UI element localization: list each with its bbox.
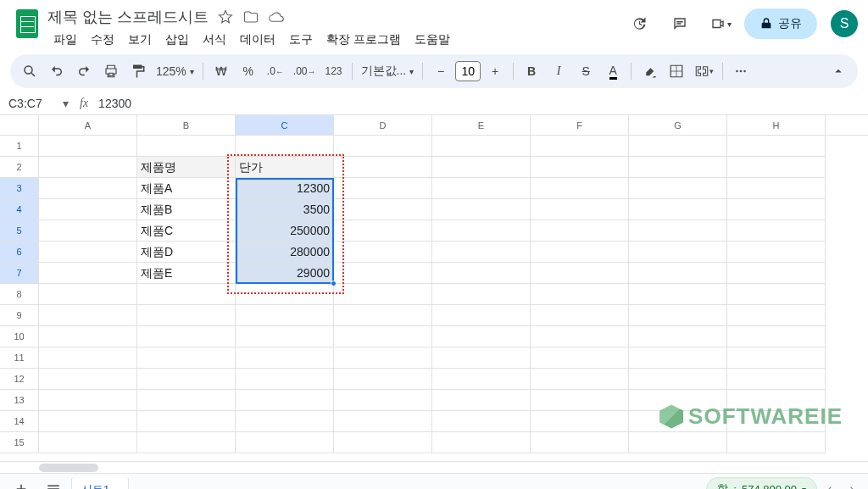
- comment-icon[interactable]: [663, 7, 697, 41]
- cell[interactable]: [531, 432, 629, 453]
- cell[interactable]: [629, 220, 727, 242]
- cell[interactable]: [629, 305, 727, 326]
- cell[interactable]: [432, 157, 531, 178]
- cloud-status-icon[interactable]: [268, 8, 285, 25]
- cell[interactable]: [432, 284, 531, 305]
- paint-format-icon[interactable]: [125, 58, 151, 84]
- cell[interactable]: [137, 136, 236, 157]
- cell[interactable]: [137, 305, 236, 326]
- menu-2[interactable]: 보기: [122, 29, 158, 51]
- cell[interactable]: [531, 305, 629, 326]
- cell[interactable]: [39, 157, 137, 178]
- column-header[interactable]: C: [236, 115, 334, 135]
- move-folder-icon[interactable]: [242, 8, 259, 25]
- cell[interactable]: [334, 284, 432, 305]
- column-header[interactable]: E: [432, 115, 531, 135]
- cell[interactable]: [727, 369, 826, 390]
- redo-icon[interactable]: [71, 58, 97, 84]
- cell[interactable]: [629, 347, 727, 369]
- cell[interactable]: [334, 157, 432, 178]
- document-title[interactable]: 제목 없는 스프레드시트: [47, 7, 209, 27]
- cell[interactable]: [236, 390, 334, 411]
- cell[interactable]: [432, 136, 531, 157]
- cell[interactable]: [727, 263, 826, 284]
- cell[interactable]: [137, 411, 236, 432]
- zoom-dropdown[interactable]: 125%▾: [153, 64, 198, 78]
- cell[interactable]: [334, 390, 432, 411]
- name-box-dropdown-icon[interactable]: ▾: [63, 97, 73, 110]
- more-toolbar-icon[interactable]: [728, 58, 754, 84]
- cell[interactable]: [137, 284, 236, 305]
- column-header[interactable]: B: [137, 115, 236, 135]
- percent-button[interactable]: %: [236, 58, 261, 84]
- column-header[interactable]: F: [531, 115, 629, 135]
- font-size-input[interactable]: [455, 61, 481, 81]
- cell[interactable]: [432, 305, 531, 326]
- menu-0[interactable]: 파일: [47, 29, 83, 51]
- cell[interactable]: 제품B: [137, 199, 236, 220]
- cell[interactable]: [432, 432, 531, 453]
- cell[interactable]: [432, 242, 531, 263]
- decrease-decimal-icon[interactable]: .0←: [263, 58, 288, 84]
- row-header[interactable]: 9: [0, 305, 39, 326]
- sheet-tab-dropdown-icon[interactable]: ▾: [114, 486, 119, 490]
- cell[interactable]: [39, 411, 137, 432]
- cell[interactable]: [432, 178, 531, 199]
- column-header[interactable]: A: [39, 115, 137, 135]
- select-all-corner[interactable]: [0, 115, 39, 135]
- row-header[interactable]: 8: [0, 284, 39, 305]
- cell[interactable]: 제품D: [137, 242, 236, 263]
- cell[interactable]: [334, 305, 432, 326]
- cell[interactable]: 단가: [236, 157, 334, 178]
- cell[interactable]: [432, 369, 531, 390]
- cell[interactable]: [531, 284, 629, 305]
- row-header[interactable]: 12: [0, 369, 39, 390]
- sheet-tab[interactable]: 시트1 ▾: [71, 475, 129, 489]
- meet-icon[interactable]: ▾: [704, 7, 737, 41]
- status-sum-pill[interactable]: 합: 574,800.00 ▾: [706, 477, 817, 489]
- cell[interactable]: [39, 369, 137, 390]
- undo-icon[interactable]: [44, 58, 70, 84]
- cell[interactable]: [531, 263, 629, 284]
- cell[interactable]: [137, 390, 236, 411]
- cell[interactable]: [432, 390, 531, 411]
- row-header[interactable]: 14: [0, 411, 39, 432]
- cell[interactable]: [39, 284, 137, 305]
- column-header[interactable]: G: [629, 115, 727, 135]
- row-header[interactable]: 2: [0, 157, 39, 178]
- cell[interactable]: [334, 178, 432, 199]
- cell[interactable]: [531, 326, 629, 347]
- cell[interactable]: [236, 432, 334, 453]
- cell[interactable]: [629, 390, 727, 411]
- cell[interactable]: [629, 178, 727, 199]
- cell[interactable]: [531, 199, 629, 220]
- cell[interactable]: [137, 347, 236, 369]
- cell[interactable]: 제품C: [137, 220, 236, 242]
- cell[interactable]: [531, 178, 629, 199]
- sheets-logo[interactable]: [10, 7, 44, 41]
- spreadsheet-grid[interactable]: ABCDEFGH 123456789101112131415 제품명단가제품A1…: [0, 115, 868, 461]
- cell[interactable]: [334, 326, 432, 347]
- text-color-button[interactable]: A: [600, 58, 626, 84]
- menu-6[interactable]: 도구: [283, 29, 319, 51]
- font-dropdown[interactable]: 기본값...▾: [358, 64, 418, 79]
- increase-decimal-icon[interactable]: .00→: [290, 58, 320, 84]
- cell[interactable]: [727, 432, 826, 453]
- column-header[interactable]: H: [727, 115, 826, 135]
- cell[interactable]: [432, 263, 531, 284]
- cell[interactable]: 280000: [236, 242, 334, 263]
- cell[interactable]: 3500: [236, 199, 334, 220]
- cell[interactable]: [727, 242, 826, 263]
- cell[interactable]: [531, 136, 629, 157]
- formula-input[interactable]: 12300: [95, 97, 868, 110]
- cell[interactable]: [334, 220, 432, 242]
- star-icon[interactable]: [217, 8, 234, 25]
- cell[interactable]: [629, 369, 727, 390]
- cell[interactable]: [39, 242, 137, 263]
- cell[interactable]: [39, 432, 137, 453]
- cell[interactable]: [531, 220, 629, 242]
- cell[interactable]: [137, 326, 236, 347]
- horizontal-scrollbar[interactable]: [0, 461, 868, 473]
- menu-7[interactable]: 확장 프로그램: [320, 29, 407, 51]
- cell[interactable]: [39, 305, 137, 326]
